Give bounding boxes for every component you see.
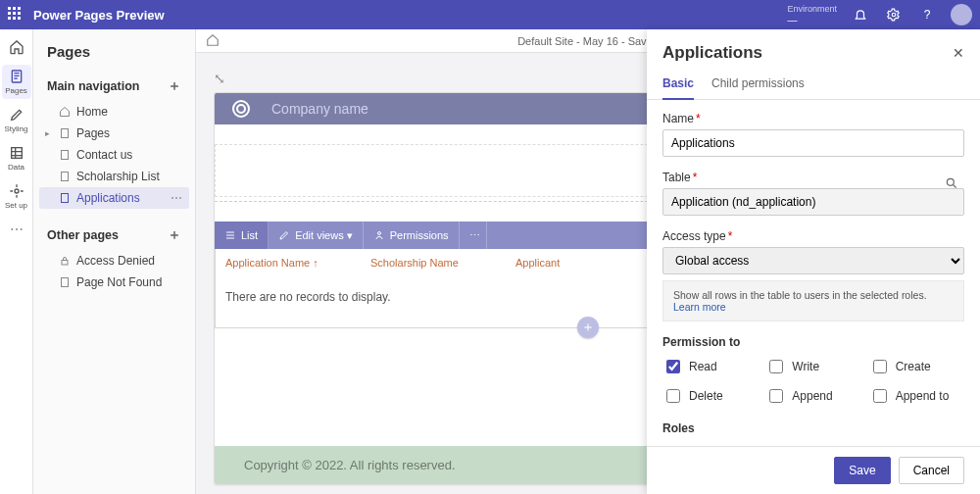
access-label: Access type* bbox=[662, 229, 964, 243]
resize-handle-icon[interactable]: ⤡ bbox=[214, 71, 225, 86]
svg-rect-2 bbox=[11, 148, 22, 159]
table-label: Table* bbox=[662, 171, 964, 184]
rail-setup[interactable]: Set up bbox=[2, 179, 31, 214]
perm-append[interactable]: Append bbox=[765, 386, 860, 406]
name-label: Name* bbox=[662, 112, 964, 125]
product-title: Power Pages Preview bbox=[33, 8, 165, 23]
left-rail: Pages Styling Data Set up ⋯ bbox=[0, 29, 33, 494]
account-avatar[interactable] bbox=[951, 4, 972, 25]
page-item-access-denied[interactable]: Access Denied bbox=[39, 250, 189, 272]
page-item-home[interactable]: Home bbox=[39, 101, 189, 123]
app-launcher-icon[interactable] bbox=[8, 7, 24, 23]
rail-pages[interactable]: Pages bbox=[2, 65, 31, 99]
breadcrumb-home-icon[interactable] bbox=[206, 33, 220, 47]
page-item-applications[interactable]: Applications ⋯ bbox=[39, 187, 189, 209]
tab-child[interactable]: Child permissions bbox=[711, 69, 805, 99]
logo-icon bbox=[232, 100, 250, 118]
pages-panel: Pages Main navigation ＋ Home ▸ Pages Co bbox=[33, 29, 196, 494]
learn-more-link[interactable]: Learn more bbox=[673, 301, 726, 313]
add-section-button[interactable]: ＋ bbox=[577, 317, 599, 338]
page-item-more-icon[interactable]: ⋯ bbox=[171, 191, 183, 205]
environment-picker[interactable]: Environment — bbox=[787, 3, 837, 26]
roles-label: Roles bbox=[662, 421, 964, 435]
other-pages-label: Other pages bbox=[47, 228, 119, 242]
settings-icon[interactable] bbox=[884, 5, 904, 25]
page-item-pages[interactable]: ▸ Pages bbox=[39, 123, 189, 144]
perm-read[interactable]: Read bbox=[662, 357, 758, 376]
save-button[interactable]: Save bbox=[834, 457, 890, 484]
search-icon[interactable] bbox=[945, 176, 958, 190]
help-icon[interactable]: ? bbox=[917, 5, 937, 25]
empty-message: There are no records to display. bbox=[225, 290, 391, 304]
perm-appendto[interactable]: Append to bbox=[869, 386, 964, 406]
cancel-button[interactable]: Cancel bbox=[899, 457, 964, 484]
list-view-button[interactable]: List bbox=[215, 222, 269, 249]
col-applicant[interactable]: Applicant bbox=[515, 257, 661, 269]
notifications-icon[interactable] bbox=[851, 5, 870, 25]
flyout-title: Applications bbox=[662, 43, 762, 63]
pages-panel-title: Pages bbox=[33, 29, 195, 70]
page-item-not-found[interactable]: Page Not Found bbox=[39, 272, 189, 293]
permission-to-label: Permission to bbox=[662, 335, 964, 349]
svg-rect-6 bbox=[62, 173, 69, 181]
toolbar-more-button[interactable]: ⋯ bbox=[460, 222, 487, 249]
svg-point-0 bbox=[892, 13, 896, 17]
tab-basic[interactable]: Basic bbox=[662, 69, 694, 100]
permissions-flyout: Applications ✕ Basic Child permissions N… bbox=[647, 29, 980, 494]
svg-rect-4 bbox=[62, 129, 69, 138]
rail-home[interactable] bbox=[2, 35, 31, 61]
add-other-page-button[interactable]: ＋ bbox=[168, 226, 181, 244]
main-nav-label: Main navigation bbox=[47, 79, 139, 93]
edit-views-button[interactable]: Edit views ▾ bbox=[269, 222, 364, 249]
svg-rect-7 bbox=[62, 194, 69, 203]
svg-point-10 bbox=[377, 232, 380, 235]
table-input[interactable] bbox=[662, 188, 964, 216]
perm-write[interactable]: Write bbox=[765, 357, 860, 376]
rail-data[interactable]: Data bbox=[2, 141, 31, 175]
close-icon[interactable]: ✕ bbox=[953, 45, 964, 61]
perm-delete[interactable]: Delete bbox=[662, 386, 758, 406]
company-name: Company name bbox=[271, 101, 368, 117]
add-main-page-button[interactable]: ＋ bbox=[168, 77, 181, 95]
svg-rect-8 bbox=[62, 261, 68, 266]
col-scholarship[interactable]: Scholarship Name bbox=[370, 257, 515, 269]
page-item-contact[interactable]: Contact us bbox=[39, 144, 189, 166]
rail-styling[interactable]: Styling bbox=[2, 103, 31, 137]
page-item-scholarship[interactable]: Scholarship List bbox=[39, 166, 189, 187]
permissions-button[interactable]: Permissions bbox=[364, 222, 460, 249]
svg-rect-5 bbox=[62, 151, 69, 160]
svg-point-11 bbox=[947, 178, 954, 185]
perm-create[interactable]: Create bbox=[869, 357, 964, 376]
name-input[interactable] bbox=[662, 129, 964, 157]
chevron-right-icon[interactable]: ▸ bbox=[45, 128, 50, 138]
top-bar: Power Pages Preview Environment — ? bbox=[0, 0, 980, 29]
col-app-name[interactable]: Application Name ↑ bbox=[225, 257, 370, 269]
access-select[interactable]: Global access bbox=[662, 247, 964, 274]
access-hint: Show all rows in the table to users in t… bbox=[662, 280, 964, 321]
svg-rect-9 bbox=[62, 278, 69, 287]
svg-point-3 bbox=[15, 189, 19, 193]
rail-more[interactable]: ⋯ bbox=[2, 218, 31, 241]
